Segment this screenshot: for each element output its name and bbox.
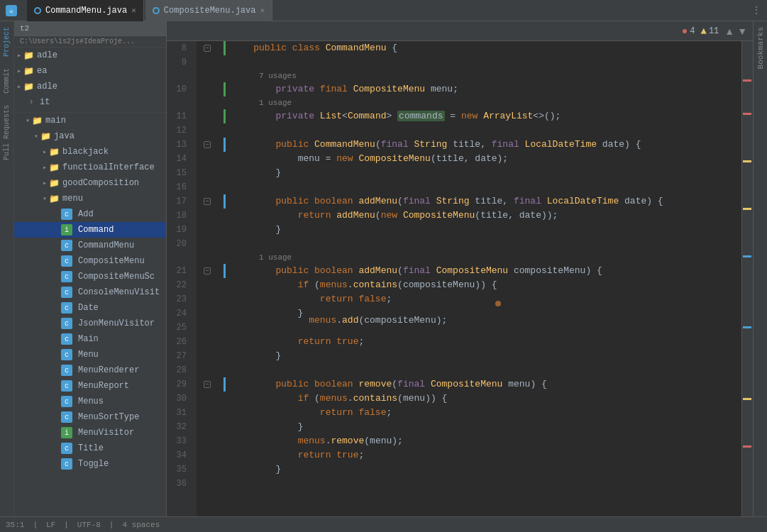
- tree-label-menusorttype: MenuSortType: [78, 412, 139, 422]
- folder-icon-goodcomp: 📁: [48, 177, 60, 189]
- gutter-36: [197, 477, 218, 491]
- code-line-18: return addMenu(new CompositeMenu(title, …: [224, 209, 741, 223]
- fold-btn-29[interactable]: −: [204, 381, 211, 388]
- tree-item-ea[interactable]: 📁 ea: [14, 63, 166, 79]
- gutter-22: [197, 278, 218, 292]
- gutter-28: [197, 363, 218, 377]
- tree-label-main: main: [45, 116, 66, 126]
- gutter-30: [197, 392, 218, 406]
- project-path: C:\Users\is2js#IdeaProje...: [14, 36, 166, 48]
- tab-label-commandmenu: CommandMenu.java: [45, 6, 127, 16]
- right-scrollbar[interactable]: [741, 41, 753, 516]
- gutter-29: −: [197, 377, 218, 392]
- tree-item-blackjack[interactable]: 📁 blackjack: [14, 144, 166, 160]
- fold-btn-17[interactable]: −: [204, 198, 211, 205]
- tree-item-toggle[interactable]: c Toggle: [14, 456, 166, 472]
- tree-item-it[interactable]: › it: [14, 94, 166, 110]
- scroll-mark-warn1: [743, 160, 751, 162]
- gutter-16: [197, 180, 218, 194]
- tree-item-adle1[interactable]: 📁 adle: [14, 48, 166, 63]
- code-content[interactable]: public class CommandMenu { 7 usages priv…: [218, 41, 741, 516]
- chevron-adle2: [17, 82, 21, 91]
- sidebar-item-pull-requests[interactable]: Pull Requests: [1, 99, 12, 166]
- linenum-35: 35: [167, 462, 191, 477]
- linenum-17: 17: [167, 194, 191, 209]
- gutter-27: [197, 349, 218, 363]
- gutter-15: [197, 166, 218, 180]
- tree-item-menu[interactable]: 📁 menu: [14, 191, 166, 206]
- folder-icon-java: 📁: [40, 131, 51, 142]
- stripe-28: [224, 363, 226, 377]
- tree-item-mainclass[interactable]: c Main: [14, 331, 166, 347]
- folder-icon-main: 📁: [31, 115, 43, 126]
- tree-item-compositemenusc[interactable]: c CompositeMenuSc: [14, 269, 166, 284]
- tree-item-menurenderer[interactable]: c MenuRenderer: [14, 362, 166, 378]
- code-editor[interactable]: 8 9 10 11 12 13 14 15 16 17 18 19 20 21 …: [167, 41, 753, 516]
- linenum-36: 36: [167, 477, 191, 491]
- tree-item-menuvisitor[interactable]: i MenuVisitor: [14, 425, 166, 440]
- tree-item-command[interactable]: i Command: [14, 222, 166, 238]
- sidebar-item-project[interactable]: Project: [1, 21, 12, 62]
- fold-btn-8[interactable]: −: [204, 45, 211, 52]
- scroll-mark-error2: [743, 113, 751, 115]
- gutter-usage3: [197, 251, 218, 264]
- tree-item-menuclass[interactable]: c Menu: [14, 347, 166, 362]
- more-options-icon[interactable]: ⋮: [751, 4, 761, 16]
- tree-item-commandmenu[interactable]: c CommandMenu: [14, 238, 166, 253]
- tab-close-compositemenu[interactable]: ✕: [260, 6, 265, 15]
- status-indent: 4 spaces: [122, 521, 160, 529]
- scrollbar-track[interactable]: [742, 41, 753, 516]
- tree-item-menusorttype[interactable]: c MenuSortType: [14, 409, 166, 425]
- class-icon-toggle: c: [61, 458, 72, 470]
- sidebar-item-commit[interactable]: Commit: [1, 62, 12, 99]
- tree-item-consolemenuvisit[interactable]: c ConsoleMenuVisit: [14, 284, 166, 300]
- code-text-26: return true;: [226, 335, 364, 349]
- tree-item-add[interactable]: c Add: [14, 206, 166, 222]
- scroll-mark-warn3: [743, 398, 751, 400]
- tree-label-menurenderer: MenuRenderer: [78, 365, 139, 375]
- tree-item-goodcomp[interactable]: 📁 goodComposition: [14, 175, 166, 191]
- warn-badge: ▲ 11: [700, 26, 719, 37]
- tree-item-date[interactable]: c Date: [14, 300, 166, 316]
- fold-btn-13[interactable]: −: [204, 141, 211, 148]
- toolbar-nav: ▲ ▼: [724, 26, 747, 37]
- tree-item-functioal[interactable]: 📁 functioalInterface: [14, 160, 166, 175]
- tree-item-adle2[interactable]: 📁 adle: [14, 79, 166, 94]
- tab-commandmenu[interactable]: CommandMenu.java ✕: [27, 0, 144, 21]
- class-icon-menus: c: [61, 396, 72, 407]
- chevron-main: [26, 116, 30, 125]
- chevron-goodcomp: [43, 179, 47, 187]
- gutter-12: [197, 123, 218, 138]
- tab-close-commandmenu[interactable]: ✕: [131, 6, 136, 15]
- tree-item-java[interactable]: 📁 java: [14, 128, 166, 144]
- chevron-adle1: [17, 51, 21, 60]
- tree-label-date: Date: [78, 303, 99, 313]
- gutter-19: [197, 223, 218, 237]
- vtab-bookmarks[interactable]: Bookmarks: [755, 24, 766, 72]
- tree-item-compositemenu[interactable]: c CompositeMenu: [14, 253, 166, 269]
- toolbar-indicators: ● 4 ▲ 11 ▲ ▼: [682, 26, 747, 37]
- tree-item-title[interactable]: c Title: [14, 440, 166, 456]
- gutter-35: [197, 462, 218, 477]
- tree-label-consolemenuvisit: ConsoleMenuVisit: [78, 287, 160, 297]
- code-text-14: menu = new CompositeMenu(title, date);: [226, 152, 508, 166]
- stripe-36: [224, 477, 226, 491]
- tree-item-jsonmenuvisitor[interactable]: c JsonMenuVisitor: [14, 316, 166, 331]
- gutter-24: [197, 306, 218, 321]
- code-text-13: public CommandMenu(final String title, f…: [226, 138, 641, 152]
- nav-down-button[interactable]: ▼: [737, 26, 747, 37]
- nav-up-button[interactable]: ▲: [724, 26, 734, 37]
- fold-btn-21[interactable]: −: [204, 267, 211, 275]
- tree-item-menureport[interactable]: c MenuReport: [14, 378, 166, 394]
- scroll-mark-change1: [743, 255, 751, 257]
- stripe-16: [224, 180, 226, 194]
- linenum-23: 23: [167, 292, 191, 306]
- code-line-14: menu = new CompositeMenu(title, date);: [224, 152, 741, 166]
- editor-area: ● 4 ▲ 11 ▲ ▼ 8 9 10: [167, 21, 753, 516]
- scroll-mark-change2: [743, 326, 751, 328]
- tab-compositemenu[interactable]: CompositeMenu.java ✕: [145, 0, 272, 21]
- tree-item-main[interactable]: 📁 main: [14, 113, 166, 128]
- gutter-13: −: [197, 138, 218, 152]
- tree-item-menus[interactable]: c Menus: [14, 394, 166, 409]
- java-icon: [34, 7, 41, 14]
